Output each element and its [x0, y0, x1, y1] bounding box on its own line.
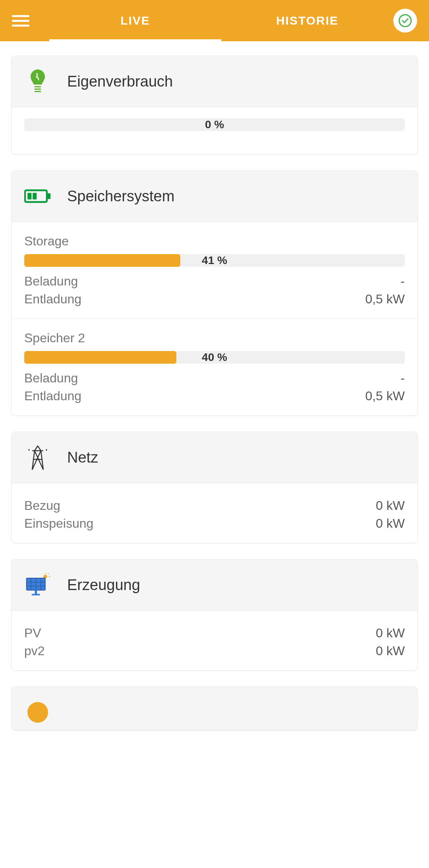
app-header: LIVE HISTORIE: [0, 0, 429, 41]
kv-label: Beladung: [24, 371, 78, 386]
tab-live[interactable]: LIVE: [49, 0, 221, 41]
svg-point-0: [399, 15, 411, 27]
menu-button[interactable]: [12, 12, 29, 29]
kv-beladung: Beladung -: [24, 371, 405, 386]
kv-entladung: Entladung 0,5 kW: [24, 292, 405, 307]
progress-bar: 40 %: [24, 351, 405, 364]
progress-fill: [24, 254, 180, 267]
card-title: Speichersystem: [67, 188, 174, 205]
kv-einspeisung: Einspeisung 0 kW: [24, 516, 405, 531]
checkmark-icon: [398, 14, 412, 28]
card-partial: [11, 687, 418, 731]
svg-rect-2: [35, 89, 41, 90]
consumption-icon: [24, 699, 51, 726]
lightbulb-icon: [24, 68, 51, 95]
kv-label: Entladung: [24, 389, 81, 403]
card-header: Erzeugung: [12, 559, 417, 611]
card-speichersystem: Speichersystem Storage 41 % Beladung - E…: [11, 170, 418, 416]
card-body: 0 %: [12, 107, 417, 154]
card-body: PV 0 kW pv2 0 kW: [12, 611, 417, 670]
tab-bar: LIVE HISTORIE: [49, 0, 393, 41]
kv-label: PV: [24, 626, 41, 640]
progress-bar: 41 %: [24, 254, 405, 267]
progress-label: 0 %: [205, 118, 224, 131]
storage-name: Speicher 2: [24, 331, 405, 345]
kv-value: 0,5 kW: [365, 389, 405, 403]
card-title: Netz: [67, 449, 98, 466]
progress-label: 41 %: [202, 254, 227, 267]
card-netz: Netz Bezug 0 kW Einspeisung 0 kW: [11, 432, 418, 543]
svg-rect-1: [35, 86, 41, 87]
progress-bar: 0 %: [24, 118, 405, 131]
tab-label: HISTORIE: [276, 14, 338, 27]
kv-entladung: Entladung 0,5 kW: [24, 389, 405, 403]
progress-fill: [24, 351, 176, 364]
kv-value: 0 kW: [376, 498, 405, 513]
card-header: [12, 687, 417, 730]
card-body: Bezug 0 kW Einspeisung 0 kW: [12, 483, 417, 543]
kv-value: 0 kW: [376, 626, 405, 640]
kv-beladung: Beladung -: [24, 274, 405, 289]
tab-label: LIVE: [120, 14, 150, 27]
kv-label: pv2: [24, 644, 45, 658]
kv-value: 0 kW: [376, 516, 405, 531]
kv-pv2: pv2 0 kW: [24, 644, 405, 658]
kv-bezug: Bezug 0 kW: [24, 498, 405, 513]
kv-label: Entladung: [24, 292, 81, 307]
power-tower-icon: [24, 444, 51, 471]
kv-label: Beladung: [24, 274, 78, 289]
storage-name: Storage: [24, 234, 405, 249]
card-header: Speichersystem: [12, 171, 417, 222]
card-title: Eigenverbrauch: [67, 73, 173, 90]
tab-historie[interactable]: HISTORIE: [221, 0, 393, 41]
svg-point-20: [27, 702, 48, 723]
card-eigenverbrauch: Eigenverbrauch 0 %: [11, 56, 418, 154]
svg-rect-7: [33, 193, 37, 200]
card-erzeugung: Erzeugung PV 0 kW pv2 0 kW: [11, 559, 418, 671]
solar-panel-icon: [24, 571, 51, 598]
storage-section-0: Storage 41 % Beladung - Entladung 0,5 kW: [12, 222, 417, 319]
svg-rect-3: [35, 91, 41, 92]
svg-line-11: [48, 573, 49, 574]
svg-rect-5: [48, 193, 50, 199]
card-header: Netz: [12, 432, 417, 483]
kv-value: 0,5 kW: [365, 292, 405, 307]
svg-rect-19: [32, 594, 40, 596]
kv-pv: PV 0 kW: [24, 626, 405, 640]
battery-icon: [24, 183, 51, 210]
kv-value: 0 kW: [376, 644, 405, 658]
content-area: Eigenverbrauch 0 % Speichersystem Storag: [0, 41, 429, 761]
kv-value: -: [400, 371, 405, 386]
kv-label: Bezug: [24, 498, 60, 513]
card-title: Erzeugung: [67, 577, 140, 594]
card-header: Eigenverbrauch: [12, 56, 417, 107]
progress-label: 40 %: [202, 351, 227, 364]
storage-section-1: Speicher 2 40 % Beladung - Entladung 0,5…: [12, 319, 417, 415]
kv-label: Einspeisung: [24, 516, 93, 531]
kv-value: -: [400, 274, 405, 289]
svg-rect-6: [27, 193, 31, 200]
status-indicator[interactable]: [393, 9, 417, 33]
